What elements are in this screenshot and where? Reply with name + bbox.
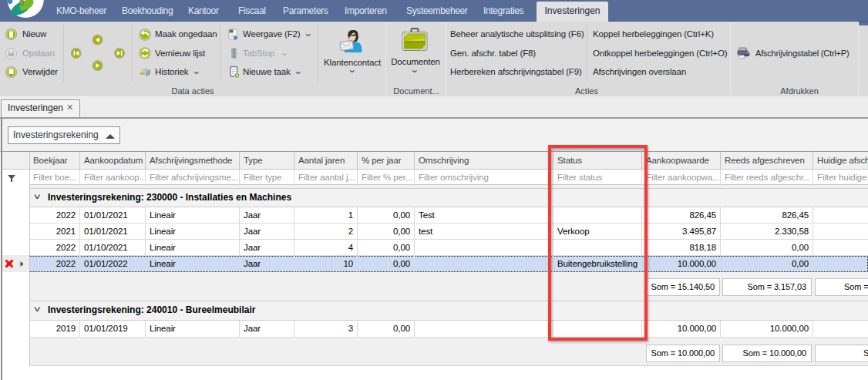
svg-text:d: d: [19, 0, 25, 8]
